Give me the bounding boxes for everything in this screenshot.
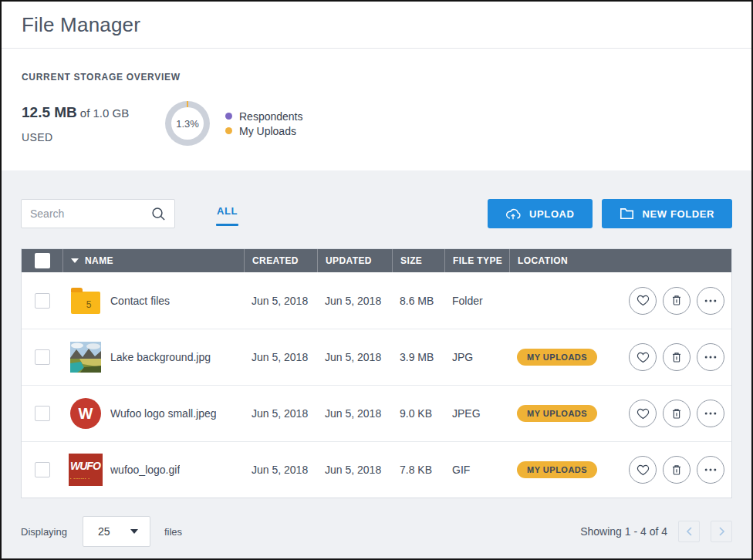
new-folder-button[interactable]: NEW FOLDER bbox=[602, 199, 732, 228]
ellipsis-icon bbox=[704, 356, 717, 359]
delete-button[interactable] bbox=[663, 400, 691, 427]
used-amount: 12.5 MB bbox=[22, 104, 77, 120]
storage-heading: CURRENT STORAGE OVERVIEW bbox=[22, 72, 731, 83]
table-footer: Displaying 25 files Showing 1 - 4 of 4 bbox=[21, 516, 732, 547]
file-size: 9.0 KB bbox=[392, 407, 444, 420]
delete-button[interactable] bbox=[663, 287, 691, 315]
files-label: files bbox=[164, 526, 182, 538]
column-header-file-type[interactable]: FILE TYPE bbox=[444, 249, 509, 272]
select-all-checkbox[interactable] bbox=[35, 253, 50, 268]
file-size: 7.8 KB bbox=[392, 464, 444, 476]
folder-file-count: 5 bbox=[86, 299, 92, 310]
delete-button[interactable] bbox=[663, 456, 691, 484]
updated-date: Jun 5, 2018 bbox=[317, 407, 392, 420]
folder-icon: 5 bbox=[71, 292, 100, 314]
updated-date: Jun 5, 2018 bbox=[317, 464, 392, 476]
total-amount: of 1.0 GB bbox=[80, 106, 129, 120]
row-actions bbox=[629, 400, 724, 427]
ellipsis-icon bbox=[704, 412, 717, 415]
row-checkbox[interactable] bbox=[35, 406, 50, 421]
gif-thumbnail: WUFO▪ ▪▪▪▪▪▪▪ ▪ bbox=[69, 454, 103, 486]
tab-all[interactable]: ALL bbox=[216, 205, 238, 226]
table-row: WUFO▪ ▪▪▪▪▪▪▪ ▪wufoo_logo.gifJun 5, 2018… bbox=[22, 441, 731, 498]
file-name: wufoo_logo.gif bbox=[110, 464, 180, 476]
location-badge: MY UPLOADS bbox=[517, 405, 597, 422]
table-row: Lake background.jpgJun 5, 2018Jun 5, 201… bbox=[22, 329, 731, 385]
file-size: 3.9 MB bbox=[392, 351, 444, 363]
trash-icon bbox=[670, 351, 683, 364]
page-title: File Manager bbox=[22, 13, 140, 37]
displaying-label: Displaying bbox=[21, 526, 67, 538]
table-header: NAME CREATED UPDATED SIZE FILE TYPE LOCA… bbox=[22, 249, 731, 272]
column-header-size[interactable]: SIZE bbox=[392, 249, 444, 272]
favorite-button[interactable] bbox=[629, 287, 657, 315]
thumb-cell: WUFO▪ ▪▪▪▪▪▪▪ ▪ bbox=[69, 454, 103, 486]
search-input[interactable] bbox=[30, 207, 151, 220]
storage-overview-section: CURRENT STORAGE OVERVIEW 12.5 MBof 1.0 G… bbox=[2, 49, 751, 170]
more-options-button[interactable] bbox=[697, 287, 724, 315]
file-size: 8.6 MB bbox=[392, 295, 444, 307]
chevron-down-icon bbox=[130, 529, 138, 534]
created-date: Jun 5, 2018 bbox=[244, 407, 317, 420]
more-options-button[interactable] bbox=[697, 456, 724, 484]
page-size-select[interactable]: 25 bbox=[83, 516, 150, 547]
ellipsis-icon bbox=[704, 468, 717, 471]
search-icon[interactable] bbox=[151, 207, 166, 221]
table-body: 5Contact filesJun 5, 2018Jun 5, 20188.6 … bbox=[22, 272, 731, 498]
file-type: Folder bbox=[444, 295, 509, 307]
heart-icon bbox=[637, 295, 650, 306]
more-options-button[interactable] bbox=[697, 400, 724, 427]
favorite-button[interactable] bbox=[629, 456, 657, 484]
used-label: USED bbox=[22, 131, 144, 143]
legend-label: My Uploads bbox=[239, 125, 296, 137]
thumb-cell: 5 bbox=[69, 288, 103, 314]
upload-button[interactable]: UPLOAD bbox=[488, 199, 593, 228]
table-row: WWufoo logo small.jpegJun 5, 2018Jun 5, … bbox=[22, 385, 731, 441]
legend-item: Respondents bbox=[225, 110, 303, 123]
image-thumbnail bbox=[69, 342, 103, 373]
column-header-name[interactable]: NAME bbox=[62, 249, 244, 272]
ellipsis-icon bbox=[704, 299, 717, 302]
trash-icon bbox=[670, 407, 683, 420]
donut-percent-label: 1.3% bbox=[176, 118, 199, 130]
heart-icon bbox=[637, 408, 650, 420]
more-options-button[interactable] bbox=[697, 343, 724, 371]
created-date: Jun 5, 2018 bbox=[244, 464, 317, 476]
row-checkbox[interactable] bbox=[35, 349, 50, 365]
sort-desc-icon bbox=[71, 258, 79, 263]
column-header-updated[interactable]: UPDATED bbox=[317, 249, 392, 272]
favorite-button[interactable] bbox=[629, 400, 657, 427]
title-bar: File Manager bbox=[2, 2, 751, 49]
file-name: Contact files bbox=[110, 295, 170, 307]
table-row: 5Contact filesJun 5, 2018Jun 5, 20188.6 … bbox=[22, 272, 731, 329]
row-actions bbox=[629, 343, 724, 371]
column-header-created[interactable]: CREATED bbox=[244, 249, 317, 272]
delete-button[interactable] bbox=[663, 343, 691, 371]
showing-range-text: Showing 1 - 4 of 4 bbox=[580, 525, 667, 538]
logo-thumbnail: W bbox=[70, 398, 101, 429]
updated-date: Jun 5, 2018 bbox=[317, 295, 392, 307]
chevron-right-icon bbox=[718, 527, 725, 536]
row-checkbox[interactable] bbox=[35, 293, 50, 309]
toolbar: ALL UPLOAD NEW FOLDER bbox=[21, 199, 732, 228]
legend-item: My Uploads bbox=[225, 125, 303, 137]
storage-usage: 12.5 MBof 1.0 GB USED bbox=[22, 104, 144, 143]
column-header-location[interactable]: LOCATION bbox=[509, 249, 731, 272]
location-badge: MY UPLOADS bbox=[517, 461, 597, 478]
prev-page-button[interactable] bbox=[678, 521, 700, 542]
file-type: JPEG bbox=[444, 407, 509, 420]
created-date: Jun 5, 2018 bbox=[244, 295, 317, 307]
created-date: Jun 5, 2018 bbox=[244, 351, 317, 363]
next-page-button[interactable] bbox=[711, 521, 732, 542]
row-actions bbox=[629, 456, 724, 484]
row-checkbox[interactable] bbox=[35, 462, 50, 477]
file-name: Lake background.jpg bbox=[110, 351, 211, 363]
file-name: Wufoo logo small.jpeg bbox=[110, 407, 216, 420]
favorite-button[interactable] bbox=[629, 343, 657, 371]
legend-dot-icon bbox=[225, 113, 232, 120]
trash-icon bbox=[670, 294, 683, 307]
trash-icon bbox=[670, 464, 683, 477]
upload-cloud-icon bbox=[505, 207, 521, 221]
storage-donut-chart: 1.3% bbox=[165, 101, 210, 146]
chevron-left-icon bbox=[686, 527, 693, 536]
